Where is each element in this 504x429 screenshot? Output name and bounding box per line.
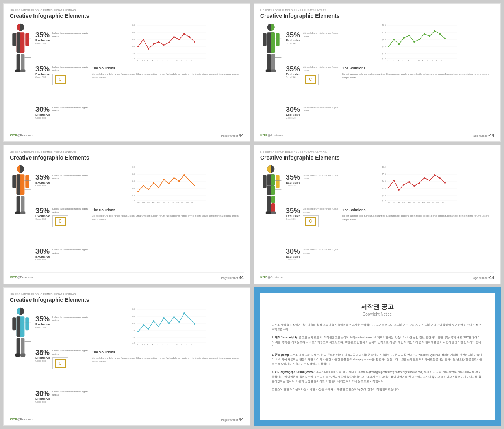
- svg-text:$2.0: $2.0: [132, 194, 135, 197]
- svg-text:Dec: Dec: [191, 60, 193, 61]
- svg-text:Sep: Sep: [176, 202, 180, 203]
- svg-text:Oct: Oct: [432, 202, 434, 203]
- human-figure-1: [10, 22, 32, 85]
- svg-rect-4: [25, 33, 29, 46]
- human-figure-4: [260, 164, 282, 227]
- svg-rect-100: [25, 175, 29, 188]
- slide-3: LID EST LABORUM DOLO RUMES FUGATS UNTRAS…: [3, 145, 250, 284]
- svg-text:$5.0: $5.0: [382, 31, 386, 33]
- svg-point-39: [153, 43, 154, 45]
- human-figure-3: [10, 164, 32, 227]
- figure-4: [260, 164, 282, 272]
- svg-point-240: [183, 312, 185, 314]
- svg-text:Feb: Feb: [142, 202, 145, 203]
- svg-text:$1.0: $1.0: [382, 199, 386, 202]
- line-chart-5: $6.0 $5.0 $4.0 $3.0 $2.0 $1.0 Jan Feb: [92, 306, 244, 345]
- svg-point-188: [413, 185, 415, 187]
- svg-point-135: [153, 182, 154, 184]
- svg-rect-54: [271, 54, 275, 71]
- svg-text:$1.0: $1.0: [132, 342, 135, 344]
- svg-text:$4.0: $4.0: [382, 38, 386, 41]
- svg-point-43: [173, 36, 175, 38]
- svg-point-84: [388, 46, 389, 47]
- solutions-title-2: The Solutions: [342, 66, 494, 70]
- copyright-slide: 저작권 공고 Copyright Notice 고픈소 세팅을 시작하기 전에 …: [254, 287, 501, 426]
- svg-rect-101: [17, 196, 20, 212]
- svg-text:Nov: Nov: [186, 202, 189, 203]
- stat-item-2-2: 35% Exclusive Good Skill Lid est laborum…: [286, 65, 339, 85]
- svg-text:Mar: Mar: [147, 60, 150, 61]
- svg-text:$1.0: $1.0: [132, 58, 135, 60]
- svg-rect-146: [271, 175, 275, 186]
- svg-point-86: [398, 43, 400, 45]
- svg-text:Oct: Oct: [181, 60, 184, 61]
- svg-text:$4.0: $4.0: [382, 180, 386, 182]
- svg-text:$2.0: $2.0: [382, 194, 386, 197]
- footer-brand-1: KITE@Business: [10, 134, 33, 137]
- svg-text:$6.0: $6.0: [382, 166, 386, 168]
- slide-5-right: $6.0 $5.0 $4.0 $3.0 $2.0 $1.0 Jan Feb: [92, 306, 244, 414]
- svg-text:$3.0: $3.0: [382, 187, 386, 189]
- svg-text:Dec: Dec: [191, 344, 193, 345]
- copyright-footer: 고픈소에 관한 더이상이라면 사세한 사항들 속에서서 제공한 고픈소이어(주)…: [272, 387, 483, 392]
- brand-name-1: KITE: [10, 134, 17, 137]
- svg-point-36: [137, 46, 139, 47]
- svg-point-94: [439, 33, 441, 35]
- slide-4-left: 35% Exclusive Good Skill Lid est laborum…: [260, 164, 339, 272]
- slide-4-content: 35% Exclusive Good Skill Lid est laborum…: [260, 164, 494, 272]
- human-figure-2: [260, 22, 282, 85]
- slide-3-content: 35% Exclusive Good Skill Lid est laborum…: [10, 164, 244, 272]
- copyright-section-2: 2. 폰트 (font): 고픈소 내에 쓰인 서체는, 한글 폰트는 네이버나…: [272, 353, 483, 366]
- svg-point-235: [158, 326, 159, 327]
- svg-point-42: [168, 42, 170, 43]
- svg-rect-6: [21, 54, 24, 71]
- svg-text:Oct: Oct: [181, 344, 184, 345]
- slide-3-right: $6.0 $5.0 $4.0 $3.0 $2.0 $1.0 Jan Feb: [92, 164, 244, 272]
- human-figure-5: [10, 306, 32, 369]
- svg-point-238: [173, 316, 175, 318]
- svg-point-141: [183, 174, 185, 176]
- svg-point-90: [419, 39, 420, 40]
- svg-text:Sep: Sep: [176, 60, 180, 61]
- svg-point-193: [439, 177, 441, 179]
- svg-rect-2: [17, 32, 20, 53]
- stat-text-2: Lid est laborum dolo rumes fugats untras…: [52, 65, 89, 72]
- svg-rect-202: [15, 353, 20, 357]
- slide-4-right: $6.0 $5.0 $4.0 $3.0 $2.0 $1.0 Jan Feb: [342, 164, 494, 272]
- svg-point-89: [413, 41, 415, 43]
- chart-5: $6.0 $5.0 $4.0 $3.0 $2.0 $1.0 Jan Feb: [92, 306, 244, 347]
- svg-rect-50: [271, 32, 275, 53]
- figure-1: [10, 22, 32, 130]
- svg-point-191: [429, 180, 430, 181]
- svg-point-183: [388, 187, 389, 188]
- svg-point-45: [183, 33, 185, 35]
- page-label-1: Page Number: [221, 134, 238, 137]
- svg-text:May: May: [408, 202, 411, 203]
- svg-point-233: [148, 328, 149, 330]
- stat-sublabel-2: Good Skill: [35, 76, 50, 78]
- solutions-text-1: Lid est laborum dolo rumes fugats untras…: [92, 72, 244, 80]
- line-chart-1: $6.0 $5.0 $4.0 $3.0 $2.0 $1.0: [92, 22, 244, 61]
- copyright-section-1: 1. 제작 2(copyright): 본 고픈소의 모든 내 작작권은 고픈소…: [272, 335, 483, 349]
- slide-5-title: Creative Infographic Elements: [10, 297, 244, 303]
- svg-text:Jul: Jul: [167, 344, 169, 345]
- svg-text:Dec: Dec: [441, 202, 444, 203]
- svg-text:Oct: Oct: [432, 60, 434, 61]
- copyright-title-en: Copyright Notice: [272, 312, 483, 316]
- svg-text:$5.0: $5.0: [132, 173, 135, 175]
- slide-1-right: $6.0 $5.0 $4.0 $3.0 $2.0 $1.0: [92, 22, 244, 130]
- slide-2-footer: KITE@Business Page Number 44: [260, 130, 494, 137]
- svg-point-192: [434, 174, 435, 176]
- svg-text:$5.0: $5.0: [132, 31, 135, 33]
- svg-text:Dec: Dec: [191, 202, 193, 203]
- slide-4-stats: 35% Exclusive Good Skill Lid est laborum…: [284, 164, 339, 272]
- svg-rect-151: [267, 196, 271, 212]
- svg-rect-150: [276, 175, 279, 188]
- svg-rect-3: [12, 33, 16, 46]
- svg-point-232: [143, 324, 144, 326]
- stat-sublabel-1: Good Skill: [35, 42, 50, 45]
- svg-rect-99: [12, 175, 16, 188]
- stat-percent-3: 30%: [35, 106, 50, 113]
- svg-text:$3.0: $3.0: [382, 45, 386, 48]
- svg-point-91: [424, 33, 425, 35]
